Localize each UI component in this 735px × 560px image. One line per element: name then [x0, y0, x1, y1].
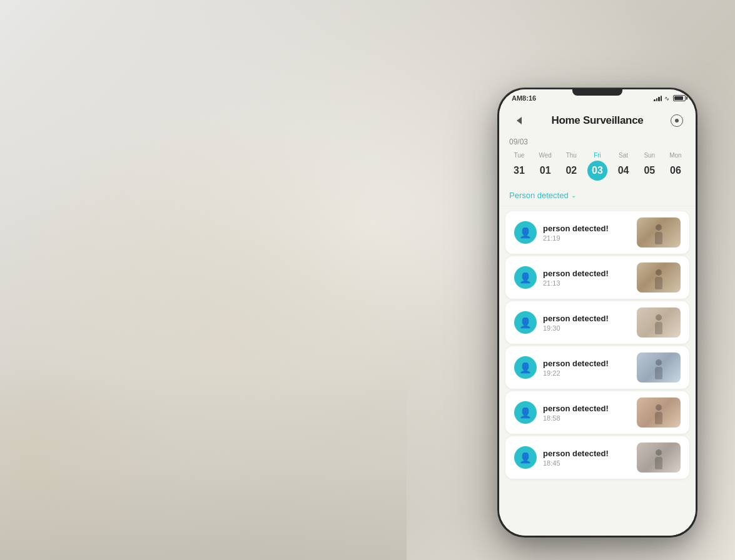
- event-time: 19:30: [543, 324, 631, 332]
- phone-notch: [572, 89, 622, 96]
- event-info: person detected! 19:22: [543, 359, 631, 377]
- event-time: 21:13: [543, 279, 631, 287]
- calendar-day[interactable]: Tue 31: [508, 152, 530, 181]
- calendar-day[interactable]: Fri 03: [586, 152, 609, 181]
- event-thumbnail: [637, 442, 681, 472]
- event-thumbnail: [637, 308, 681, 338]
- event-thumbnail: [637, 398, 681, 428]
- event-info: person detected! 21:13: [543, 269, 631, 287]
- cal-day-num: 05: [639, 161, 659, 181]
- cal-day-num: 01: [535, 161, 555, 181]
- back-chevron-icon: [517, 117, 522, 124]
- figure-icon: [652, 269, 665, 291]
- current-date: 09/03: [509, 138, 528, 146]
- event-list: 👤 person detected! 21:19 👤 person detect…: [499, 206, 696, 536]
- sofa-hint: [0, 372, 407, 560]
- cal-day-num: 03: [587, 161, 607, 181]
- event-icon: 👤: [514, 311, 537, 334]
- list-item[interactable]: 👤 person detected! 18:58: [505, 391, 689, 434]
- event-title: person detected!: [543, 269, 631, 278]
- list-item[interactable]: 👤 person detected! 21:19: [505, 211, 689, 254]
- thumb-scene: [637, 398, 681, 428]
- status-icons: ∿: [654, 95, 686, 102]
- filter-chevron-icon: ⌄: [571, 192, 576, 199]
- event-time: 19:22: [543, 369, 631, 377]
- event-thumbnail: [637, 218, 681, 248]
- app-header: Home Surveillance: [499, 107, 696, 133]
- cal-day-name: Wed: [539, 152, 551, 159]
- settings-icon: [671, 114, 683, 127]
- calendar-day[interactable]: Mon 06: [664, 152, 687, 181]
- event-info: person detected! 18:58: [543, 404, 631, 422]
- figure-icon: [652, 359, 665, 381]
- cal-day-name: Tue: [514, 152, 525, 159]
- cal-day-name: Fri: [594, 152, 601, 159]
- battery-icon: [673, 95, 686, 101]
- back-button[interactable]: [509, 112, 527, 129]
- event-icon: 👤: [514, 266, 537, 289]
- event-info: person detected! 19:30: [543, 314, 631, 332]
- cal-day-num: 04: [614, 161, 634, 181]
- cal-day-name: Sun: [644, 152, 655, 159]
- calendar-day[interactable]: Sun 05: [638, 152, 661, 181]
- page-title: Home Surveillance: [551, 114, 643, 127]
- calendar-day[interactable]: Wed 01: [534, 152, 557, 181]
- event-info: person detected! 21:19: [543, 224, 631, 242]
- cal-day-name: Sat: [619, 152, 628, 159]
- thumb-scene: [637, 308, 681, 338]
- date-header: 09/03: [499, 133, 696, 148]
- person-icon: 👤: [519, 362, 532, 374]
- event-info: person detected! 18:45: [543, 449, 631, 467]
- calendar-day[interactable]: Thu 02: [560, 152, 582, 181]
- list-item[interactable]: 👤 person detected! 19:30: [505, 301, 689, 344]
- filter-button[interactable]: Person detected ⌄: [509, 191, 576, 200]
- list-item[interactable]: 👤 person detected! 19:22: [505, 346, 689, 389]
- phone-shell: AM8:16 ∿: [497, 88, 697, 538]
- person-icon: 👤: [519, 317, 532, 329]
- cal-day-name: Mon: [669, 152, 681, 159]
- figure-icon: [652, 449, 665, 471]
- list-item[interactable]: 👤 person detected! 18:45: [505, 436, 689, 479]
- event-title: person detected!: [543, 449, 631, 458]
- event-title: person detected!: [543, 359, 631, 368]
- event-icon: 👤: [514, 446, 537, 469]
- person-icon: 👤: [519, 407, 532, 419]
- event-title: person detected!: [543, 404, 631, 413]
- phone-screen: AM8:16 ∿: [499, 89, 696, 536]
- settings-button[interactable]: [668, 112, 686, 129]
- calendar-strip: Tue 31 Wed 01 Thu 02 Fri 03 Sat 04 Sun 0…: [499, 148, 696, 186]
- cal-day-num: 06: [666, 161, 686, 181]
- status-time: AM8:16: [512, 94, 536, 102]
- filter-label: Person detected: [509, 191, 569, 200]
- event-icon: 👤: [514, 401, 537, 424]
- event-thumbnail: [637, 352, 681, 382]
- phone-device: AM8:16 ∿: [497, 88, 697, 538]
- calendar-day[interactable]: Sat 04: [612, 152, 635, 181]
- person-icon: 👤: [519, 272, 532, 284]
- wifi-icon: ∿: [664, 95, 669, 102]
- list-item[interactable]: 👤 person detected! 21:13: [505, 256, 689, 299]
- event-time: 21:19: [543, 234, 631, 242]
- thumb-scene: [637, 218, 681, 248]
- event-time: 18:45: [543, 459, 631, 467]
- event-icon: 👤: [514, 221, 537, 244]
- person-icon: 👤: [519, 452, 532, 464]
- filter-row: Person detected ⌄: [499, 186, 696, 206]
- thumb-scene: [637, 262, 681, 292]
- event-icon: 👤: [514, 356, 537, 379]
- event-title: person detected!: [543, 224, 631, 233]
- signal-icon: [654, 95, 662, 101]
- event-thumbnail: [637, 262, 681, 292]
- thumb-scene: [637, 352, 681, 382]
- event-time: 18:58: [543, 414, 631, 422]
- figure-icon: [652, 404, 665, 426]
- event-title: person detected!: [543, 314, 631, 323]
- person-icon: 👤: [519, 227, 532, 239]
- figure-icon: [652, 314, 665, 336]
- cal-day-num: 02: [561, 161, 581, 181]
- cal-day-num: 31: [509, 161, 529, 181]
- figure-icon: [652, 224, 665, 246]
- thumb-scene: [637, 442, 681, 472]
- cal-day-name: Thu: [566, 152, 577, 159]
